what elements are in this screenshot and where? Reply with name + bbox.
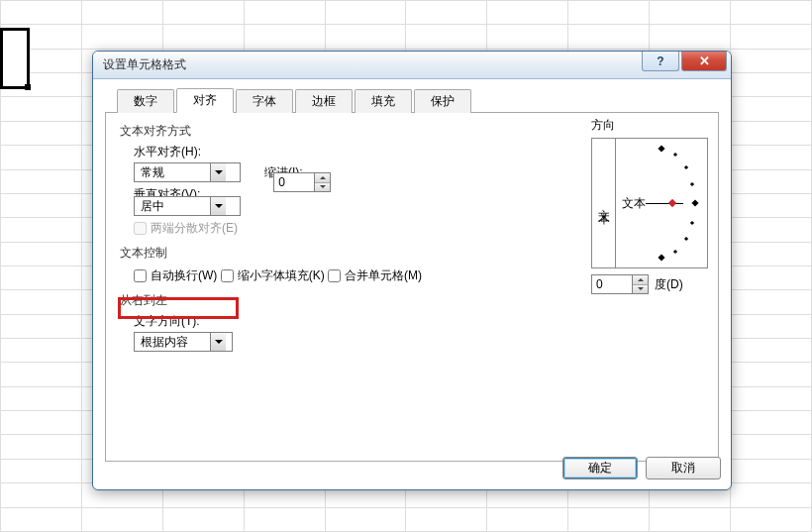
chevron-down-icon [210,197,226,215]
spinner-orientation-degree[interactable]: 0 [591,274,649,294]
alignment-panel: 文本对齐方式 水平对齐(H): 常规 缩进(I): 垂直对齐(V): [105,113,719,462]
checkbox-merge-cells[interactable]: 合并单元格(M) [328,267,422,284]
checkbox-justify-distributed: 两端分散对齐(E) [134,220,238,237]
tabstrip: 数字 对齐 字体 边框 填充 保护 [105,89,719,113]
chevron-down-icon[interactable] [315,183,330,192]
cancel-button[interactable]: 取消 [646,457,721,479]
chevron-up-icon[interactable] [315,173,330,183]
tab-font[interactable]: 字体 [236,89,293,113]
chevron-up-icon[interactable] [633,275,648,285]
orientation-control[interactable]: 文本 文本 [591,138,708,268]
chevron-down-icon[interactable] [633,285,648,294]
group-orientation: 方向 [591,117,708,134]
select-text-direction[interactable]: 根据内容 [134,332,233,352]
group-text-alignment: 文本对齐方式 [120,123,447,140]
close-icon: ✕ [699,54,710,67]
orientation-vertical-text[interactable]: 文本 [592,139,616,267]
tab-protect[interactable]: 保护 [414,89,471,113]
ok-button[interactable]: 确定 [562,457,638,479]
group-right-to-left: 从右到左 [120,292,447,309]
help-button[interactable]: ? [642,52,679,71]
selected-cell [0,28,30,89]
tab-fill[interactable]: 填充 [355,89,412,113]
tab-border[interactable]: 边框 [295,89,353,113]
group-text-control: 文本控制 [120,245,447,262]
label-text-direction: 文字方向(T): [134,313,200,330]
checkbox-shrink-to-fit[interactable]: 缩小字体填充(K) [221,267,325,284]
tab-alignment[interactable]: 对齐 [176,88,234,113]
titlebar[interactable]: 设置单元格格式 ? ✕ [93,52,731,79]
dialog-title: 设置单元格格式 [103,56,186,73]
tab-number[interactable]: 数字 [117,89,174,113]
label-degree: 度(D) [655,276,683,293]
spinner-indent[interactable]: 0 [273,172,331,192]
select-horizontal-align[interactable]: 常规 [134,162,241,182]
close-button[interactable]: ✕ [681,52,727,71]
checkbox-wrap-text[interactable]: 自动换行(W) [134,267,217,284]
chevron-down-icon [210,163,226,181]
chevron-down-icon [210,333,226,351]
format-cells-dialog: 设置单元格格式 ? ✕ 数字 对齐 字体 边框 填充 保护 文本对齐方式 水平对… [92,51,732,490]
label-horizontal-align: 水平对齐(H): [134,144,201,160]
select-vertical-align[interactable]: 居中 [134,196,241,216]
orientation-handle-icon [668,199,676,207]
orientation-dial[interactable]: 文本 [616,139,707,267]
